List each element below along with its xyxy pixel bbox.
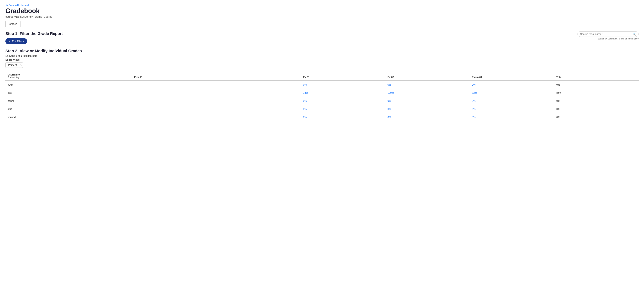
cell-ex01[interactable]: 0%	[301, 81, 385, 89]
table-row: verified0%0%0%0%	[6, 113, 638, 121]
score-view-label: Score View:	[6, 58, 638, 61]
col-exam01: Exam 01	[470, 71, 554, 81]
step1-section: Step 1: Filter the Grade Report ▼ Edit F…	[6, 31, 638, 44]
cell-email	[132, 81, 301, 89]
cell-username: honor	[6, 97, 132, 105]
cell-ex02[interactable]: 0%	[385, 105, 470, 113]
cell-exam01[interactable]: 0%	[470, 81, 554, 89]
grades-table: Username Student Key* Email* Ex 01 Ex 02…	[6, 71, 638, 121]
cell-email	[132, 97, 301, 105]
filter-icon: ▼	[9, 40, 11, 43]
cell-ex01[interactable]: 0%	[301, 105, 385, 113]
col-username: Username Student Key*	[6, 71, 132, 81]
cell-exam01[interactable]: 0%	[470, 105, 554, 113]
step2-title: Step 2: View or Modify Individual Grades	[6, 49, 638, 53]
col-ex01: Ex 01	[301, 71, 385, 81]
cell-username: audit	[6, 81, 132, 89]
cell-username: verified	[6, 113, 132, 121]
table-row: edx73%100%83%86%	[6, 89, 638, 97]
cell-exam01[interactable]: 83%	[470, 89, 554, 97]
course-id: course-v1:edX+DemoX+Demo_Course	[6, 15, 638, 18]
tab-grades[interactable]: Grades	[6, 21, 20, 27]
showing-text: Showing 5 of 5 total learners	[6, 54, 638, 57]
tab-bar: Grades	[6, 21, 638, 27]
cell-ex02[interactable]: 0%	[385, 113, 470, 121]
col-email: Email*	[132, 71, 301, 81]
showing-suffix: total learners	[22, 54, 38, 57]
cell-ex02[interactable]: 100%	[385, 89, 470, 97]
col-total: Total	[554, 71, 638, 81]
cell-exam01[interactable]: 0%	[470, 97, 554, 105]
cell-username: staff	[6, 105, 132, 113]
cell-total: 0%	[554, 81, 638, 89]
table-row: staff0%0%0%0%	[6, 105, 638, 113]
showing-total: 5	[21, 54, 22, 57]
step2-section: Step 2: View or Modify Individual Grades…	[6, 49, 638, 121]
table-row: honor0%0%0%0%	[6, 97, 638, 105]
search-area: 🔍 Search by username, email, or student …	[578, 31, 638, 40]
cell-ex02[interactable]: 0%	[385, 81, 470, 89]
step1-left: Step 1: Filter the Grade Report ▼ Edit F…	[6, 31, 63, 44]
cell-total: 0%	[554, 105, 638, 113]
score-view-select[interactable]: Percent Absolute	[6, 62, 23, 68]
step1-header: Step 1: Filter the Grade Report ▼ Edit F…	[6, 31, 638, 44]
table-header-row: Username Student Key* Email* Ex 01 Ex 02…	[6, 71, 638, 81]
cell-exam01[interactable]: 0%	[470, 113, 554, 121]
table-row: audit0%0%0%0%	[6, 81, 638, 89]
edit-filters-button[interactable]: ▼ Edit Filters	[6, 38, 27, 44]
cell-username: edx	[6, 89, 132, 97]
cell-email	[132, 113, 301, 121]
table-body: audit0%0%0%0%edx73%100%83%86%honor0%0%0%…	[6, 81, 638, 121]
cell-ex02[interactable]: 0%	[385, 97, 470, 105]
cell-ex01[interactable]: 73%	[301, 89, 385, 97]
cell-email	[132, 89, 301, 97]
showing-count: 5	[16, 54, 17, 57]
cell-total: 86%	[554, 89, 638, 97]
cell-ex01[interactable]: 0%	[301, 97, 385, 105]
cell-total: 0%	[554, 97, 638, 105]
page-title: Gradebook	[6, 7, 638, 15]
search-hint: Search by username, email, or student ke…	[598, 38, 638, 40]
search-input[interactable]	[580, 33, 633, 36]
search-box-container: 🔍	[578, 31, 638, 37]
col-ex02: Ex 02	[385, 71, 470, 81]
step1-title: Step 1: Filter the Grade Report	[6, 31, 63, 36]
back-to-dashboard-link[interactable]: << Back to Dashboard	[6, 4, 28, 7]
search-icon: 🔍	[633, 33, 636, 36]
cell-ex01[interactable]: 0%	[301, 113, 385, 121]
cell-email	[132, 105, 301, 113]
cell-total: 0%	[554, 113, 638, 121]
edit-filters-label: Edit Filters	[12, 40, 24, 43]
